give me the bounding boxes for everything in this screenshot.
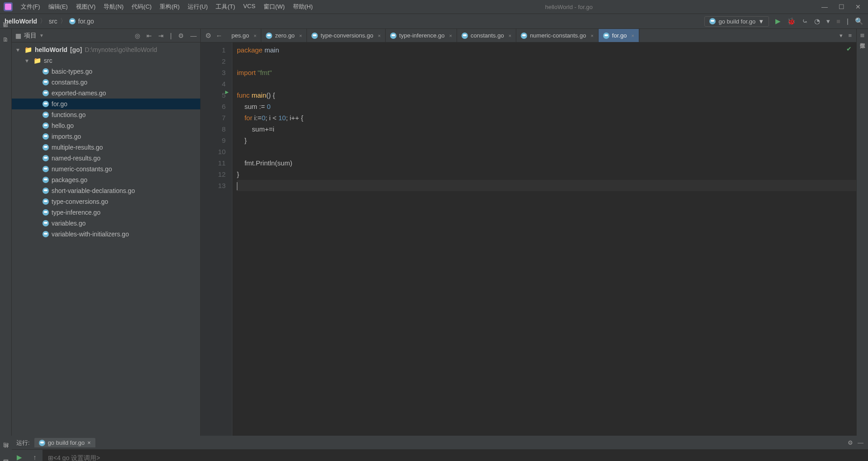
go-file-icon xyxy=(462,33,468,39)
editor-tab[interactable]: type-inference.go× xyxy=(386,29,457,42)
chevron-down-icon[interactable]: ▾ xyxy=(826,17,830,25)
breadcrumb-project[interactable]: helloWorld xyxy=(5,18,37,25)
close-icon[interactable]: × xyxy=(509,33,511,38)
gear-icon[interactable]: ⚙ xyxy=(205,32,211,40)
chevron-down-icon[interactable]: ▼ xyxy=(39,33,44,38)
run-icon[interactable]: ▶ xyxy=(775,17,781,25)
maximize-icon[interactable]: ☐ xyxy=(839,3,844,10)
minimize-icon[interactable]: — xyxy=(821,3,828,10)
close-icon[interactable]: × xyxy=(449,33,452,38)
chevron-down-icon: ▼ xyxy=(758,18,764,25)
go-file-icon xyxy=(603,33,609,39)
folder-icon: ▦ xyxy=(15,32,21,39)
menu-item[interactable]: 导航(N) xyxy=(100,1,127,13)
tree-row[interactable]: named-results.go xyxy=(12,153,200,164)
search-icon[interactable]: 🔍 xyxy=(855,17,863,25)
project-tree: ▾📁 helloWorld [go] D:\mynotes\go\helloWo… xyxy=(12,42,200,436)
editor-tab[interactable]: constants.go× xyxy=(457,29,516,42)
run-output[interactable]: ⊞<4 go 设置调用> 45 进程完成，并显示退出代码 0 xyxy=(42,450,868,461)
go-file-icon xyxy=(266,33,272,39)
tree-row[interactable]: type-conversions.go xyxy=(12,196,200,207)
gutter: ▶ 12345678910111213 xyxy=(201,42,232,436)
menu-item[interactable]: VCS xyxy=(240,1,259,13)
hide-icon[interactable]: — xyxy=(858,439,863,446)
left-tool-rail: 项目 🗎 xyxy=(0,29,12,436)
tree-row[interactable]: variables-with-initializers.go xyxy=(12,229,200,240)
close-icon[interactable]: × xyxy=(254,33,256,38)
menu-item[interactable]: 视图(V) xyxy=(72,1,99,13)
tree-row[interactable]: ▾📁 src xyxy=(12,55,200,66)
tree-row[interactable]: short-variable-declarations.go xyxy=(12,185,200,196)
tree-row[interactable]: constants.go xyxy=(12,77,200,88)
go-file-icon xyxy=(39,440,45,446)
close-icon[interactable]: ✕ xyxy=(855,3,861,10)
stop-icon[interactable]: ■ xyxy=(836,17,840,25)
code-editor[interactable]: ▶ 12345678910111213 ✔ package mainimport… xyxy=(201,42,856,436)
rerun-icon[interactable]: ▶ xyxy=(17,453,22,461)
tree-row[interactable]: for.go xyxy=(12,99,200,109)
menu-item[interactable]: 帮助(H) xyxy=(289,1,316,13)
go-file-icon xyxy=(521,33,527,39)
structure-icon[interactable]: ▥ xyxy=(3,458,9,461)
app-logo-icon xyxy=(4,2,13,11)
menu-item[interactable]: 编辑(E) xyxy=(45,1,71,13)
run-panel-label: 运行: xyxy=(16,439,30,447)
tree-row[interactable]: numeric-constants.go xyxy=(12,164,200,174)
gear-icon[interactable]: ⚙ xyxy=(848,439,853,446)
run-config-selector[interactable]: go build for.go ▼ xyxy=(704,16,769,27)
close-icon[interactable]: × xyxy=(631,33,634,38)
tree-row[interactable]: imports.go xyxy=(12,131,200,142)
editor-tab[interactable]: zero.go× xyxy=(261,29,307,42)
breadcrumb-folder[interactable]: src xyxy=(49,18,57,25)
menu-item[interactable]: 工具(T) xyxy=(212,1,239,13)
coverage-icon[interactable]: ⤿ xyxy=(802,17,808,25)
run-panel: 结构 ▥ 收藏夹 ★ 运行: go build for.go × ⚙ — ▶ 🔧… xyxy=(0,436,868,461)
chevron-down-icon[interactable]: ▾ xyxy=(840,32,843,39)
expand-icon[interactable]: ⇥ xyxy=(158,32,164,39)
gear-icon[interactable]: ⚙ xyxy=(178,32,184,39)
editor-tab[interactable]: type-conversions.go× xyxy=(307,29,386,42)
tree-row[interactable]: functions.go xyxy=(12,109,200,120)
up-icon[interactable]: ↑ xyxy=(33,453,37,461)
file-icon[interactable]: 🗎 xyxy=(3,36,9,43)
menu-item[interactable]: 重构(R) xyxy=(156,1,183,13)
debug-icon[interactable]: 🐞 xyxy=(787,17,796,25)
editor-tab[interactable]: numeric-constants.go× xyxy=(516,29,599,42)
window-title: helloWorld - for.go xyxy=(316,4,821,10)
menu-icon[interactable]: ≡ xyxy=(848,32,852,39)
editor-tab[interactable]: pes.go× xyxy=(227,29,261,42)
sidebar-title: 项目 xyxy=(24,32,37,40)
tree-row[interactable]: type-inference.go xyxy=(12,207,200,218)
title-bar: 文件(F)编辑(E)视图(V)导航(N)代码(C)重构(R)运行(U)工具(T)… xyxy=(0,0,868,14)
menu-item[interactable]: 运行(U) xyxy=(184,1,211,13)
check-icon: ✔ xyxy=(846,45,852,52)
tree-row[interactable]: hello.go xyxy=(12,120,200,131)
close-icon[interactable]: × xyxy=(299,33,302,38)
breadcrumb-file[interactable]: for.go xyxy=(78,18,94,25)
close-icon[interactable]: × xyxy=(590,33,593,38)
database-icon[interactable]: ≣ xyxy=(860,32,865,38)
menu-item[interactable]: 窗口(W) xyxy=(260,1,288,13)
run-tab[interactable]: go build for.go × xyxy=(34,438,95,447)
tree-row[interactable]: basic-types.go xyxy=(12,66,200,77)
close-icon[interactable]: × xyxy=(378,33,381,38)
tree-row[interactable]: packages.go xyxy=(12,174,200,185)
hide-icon[interactable]: — xyxy=(190,32,197,39)
navigation-bar: helloWorld 〉 src 〉 for.go go build for.g… xyxy=(0,14,868,29)
go-file-icon xyxy=(311,33,318,39)
menu-item[interactable]: 文件(F) xyxy=(17,1,44,13)
tree-row[interactable]: multiple-results.go xyxy=(12,142,200,153)
editor-tab[interactable]: for.go× xyxy=(599,29,639,42)
tree-row[interactable]: variables.go xyxy=(12,218,200,229)
collapse-icon[interactable]: ⇤ xyxy=(146,32,152,39)
go-file-icon xyxy=(69,18,75,24)
prev-tab-icon[interactable]: ← xyxy=(216,32,222,39)
profile-icon[interactable]: ◔ xyxy=(814,17,820,25)
menu-item[interactable]: 代码(C) xyxy=(128,1,155,13)
tree-row[interactable]: ▾📁 helloWorld [go] D:\mynotes\go\helloWo… xyxy=(12,44,200,55)
close-icon[interactable]: × xyxy=(87,439,91,446)
breadcrumb: helloWorld 〉 src 〉 for.go xyxy=(5,17,94,25)
run-gutter-icon[interactable]: ▶ xyxy=(225,89,229,94)
target-icon[interactable]: ◎ xyxy=(135,32,140,39)
tree-row[interactable]: exported-names.go xyxy=(12,88,200,99)
